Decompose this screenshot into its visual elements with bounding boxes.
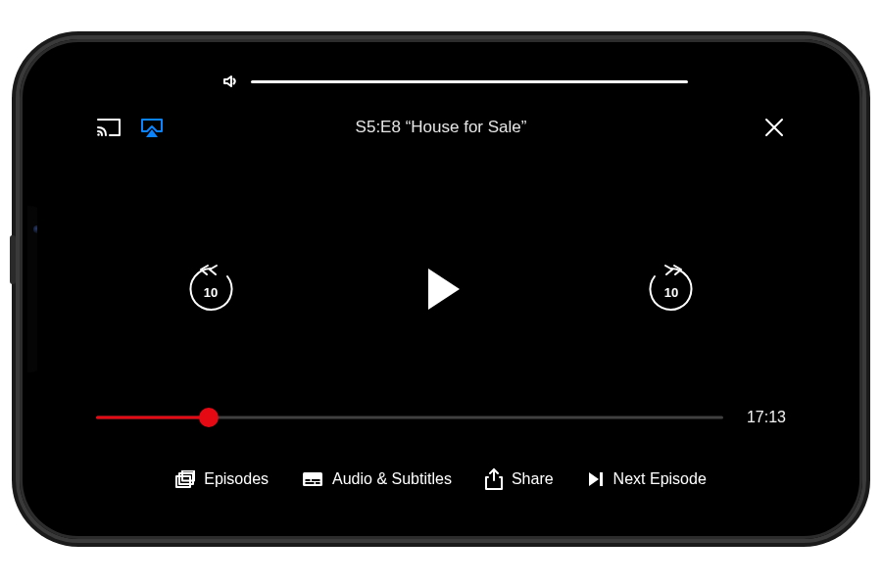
playback-controls: 10 10 <box>37 261 845 318</box>
svg-rect-7 <box>306 482 315 484</box>
volume-level-bar[interactable] <box>251 80 688 83</box>
svg-rect-9 <box>600 472 603 486</box>
rewind-10-button[interactable]: 10 <box>184 263 237 316</box>
forward-10-button[interactable]: 10 <box>645 263 698 316</box>
episode-title: S5:E8 “House for Sale” <box>96 118 786 137</box>
svg-rect-5 <box>306 479 311 481</box>
share-icon <box>485 468 503 490</box>
airplay-icon[interactable] <box>139 117 165 138</box>
video-player-screen: S5:E8 “House for Sale” 10 <box>37 57 845 521</box>
scrubber-knob[interactable] <box>199 408 219 427</box>
next-episode-label: Next Episode <box>613 470 707 488</box>
time-remaining: 17:13 <box>739 409 786 426</box>
chromecast-icon[interactable] <box>96 117 122 138</box>
scrubber-fill <box>96 416 209 419</box>
svg-rect-8 <box>316 482 320 484</box>
audio-subtitles-label: Audio & Subtitles <box>332 470 452 488</box>
subtitles-icon <box>302 471 323 487</box>
scrubber-row: 17:13 <box>96 408 786 427</box>
close-button[interactable] <box>762 116 786 139</box>
share-button[interactable]: Share <box>485 468 554 490</box>
forward-seconds-label: 10 <box>645 269 698 316</box>
svg-point-0 <box>97 133 99 135</box>
play-button[interactable] <box>413 261 469 318</box>
svg-rect-6 <box>312 479 320 481</box>
rewind-seconds-label: 10 <box>184 269 237 316</box>
player-header: S5:E8 “House for Sale” <box>96 108 786 147</box>
volume-low-icon <box>223 74 239 88</box>
share-label: Share <box>512 470 554 488</box>
phone-frame: S5:E8 “House for Sale” 10 <box>20 39 862 539</box>
episodes-icon <box>175 470 195 488</box>
volume-hud <box>223 74 688 88</box>
episodes-label: Episodes <box>204 470 269 488</box>
next-episode-button[interactable]: Next Episode <box>587 468 707 490</box>
next-episode-icon <box>587 470 605 488</box>
episodes-button[interactable]: Episodes <box>175 468 269 490</box>
bottom-actions: Episodes Audio & Subtitles <box>37 468 845 490</box>
audio-subtitles-button[interactable]: Audio & Subtitles <box>302 468 452 490</box>
progress-scrubber[interactable] <box>96 408 723 427</box>
